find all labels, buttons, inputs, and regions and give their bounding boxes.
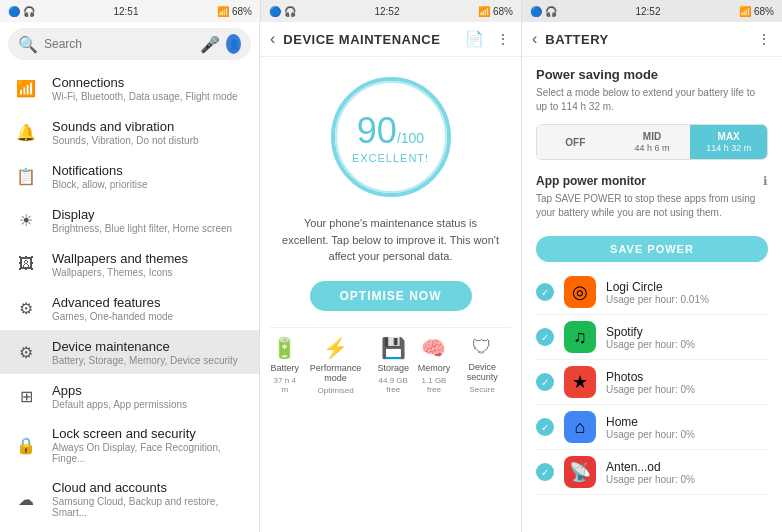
- app-icon-photos: ★: [564, 366, 596, 398]
- item-subtitle-display: Brightness, Blue light filter, Home scre…: [52, 223, 247, 234]
- back-button-2[interactable]: ‹: [270, 30, 275, 48]
- maint-item-performance[interactable]: ⚡ Performance mode Optimised: [299, 336, 371, 395]
- doc-icon[interactable]: 📄: [465, 30, 484, 48]
- item-title-apps: Apps: [52, 383, 247, 398]
- maint-icon-performance: ⚡: [323, 336, 348, 360]
- item-subtitle-lock: Always On Display, Face Recognition, Fin…: [52, 442, 247, 464]
- power-mode-mid[interactable]: MID44 h 6 m: [614, 125, 691, 159]
- more-button-3[interactable]: ⋮: [757, 31, 772, 47]
- item-title-device: Device maintenance: [52, 339, 247, 354]
- maint-sub-battery: 37 h 4 m: [270, 376, 299, 394]
- power-saving-title: Power saving mode: [536, 67, 768, 82]
- app-name-photos: Photos: [606, 370, 768, 384]
- maint-sub-security: Secure: [469, 385, 494, 394]
- info-icon[interactable]: ℹ: [763, 174, 768, 188]
- app-usage-spotify: Usage per hour: 0%: [606, 339, 768, 350]
- maint-icon-security: 🛡: [472, 336, 492, 359]
- maint-item-memory[interactable]: 🧠 Memory 1.1 GB free: [415, 336, 454, 395]
- icon-device: ⚙: [12, 338, 40, 366]
- status-icons-left-1: 🔵 🎧: [8, 6, 35, 17]
- maint-item-battery[interactable]: 🔋 Battery 37 h 4 m: [270, 336, 299, 395]
- sidebar-item-display[interactable]: ☀ Display Brightness, Blue light filter,…: [0, 198, 259, 242]
- app-check-spotify: ✓: [536, 328, 554, 346]
- panel3-title: BATTERY: [545, 32, 749, 47]
- score-circle: 90 /100 EXCELLENT!: [331, 77, 451, 197]
- maint-label-storage: Storage: [377, 363, 409, 373]
- sidebar-item-connections[interactable]: 📶 Connections Wi-Fi, Bluetooth, Data usa…: [0, 66, 259, 110]
- app-icon-antenna: 📡: [564, 456, 596, 488]
- app-check-home: ✓: [536, 418, 554, 436]
- app-item-photos[interactable]: ✓ ★ Photos Usage per hour: 0%: [536, 360, 768, 405]
- status-icons-right-3: 📶 68%: [739, 6, 774, 17]
- status-bars: 🔵 🎧 12:51 📶 68% 🔵 🎧 12:52 📶 68% 🔵 🎧 12:5…: [0, 0, 782, 22]
- item-title-notifications: Notifications: [52, 163, 247, 178]
- icon-wallpapers: 🖼: [12, 250, 40, 278]
- profile-icon[interactable]: 👤: [226, 34, 241, 54]
- item-subtitle-cloud: Samsung Cloud, Backup and restore, Smart…: [52, 496, 247, 518]
- app-usage-antenna: Usage per hour: 0%: [606, 474, 768, 485]
- item-subtitle-advanced: Games, One-handed mode: [52, 311, 247, 322]
- settings-panel: 🔍 🎤 👤 📶 Connections Wi-Fi, Bluetooth, Da…: [0, 22, 260, 532]
- sidebar-item-cloud[interactable]: ☁ Cloud and accounts Samsung Cloud, Back…: [0, 472, 259, 526]
- sidebar-item-device[interactable]: ⚙ Device maintenance Battery, Storage, M…: [0, 330, 259, 374]
- panel3-header: ‹ BATTERY ⋮: [522, 22, 782, 57]
- status-bar-2: 🔵 🎧 12:52 📶 68%: [260, 0, 521, 22]
- icon-cloud: ☁: [12, 485, 40, 513]
- item-title-cloud: Cloud and accounts: [52, 480, 247, 495]
- status-bar-1: 🔵 🎧 12:51 📶 68%: [0, 0, 260, 22]
- power-mode-off[interactable]: OFF: [537, 125, 614, 159]
- app-icon-spotify: ♫: [564, 321, 596, 353]
- item-subtitle-apps: Default apps, App permissions: [52, 399, 247, 410]
- item-subtitle-notifications: Block, allow, prioritise: [52, 179, 247, 190]
- maintenance-desc: Your phone's maintenance status is excel…: [270, 215, 511, 265]
- app-item-spotify[interactable]: ✓ ♫ Spotify Usage per hour: 0%: [536, 315, 768, 360]
- panel2-title: DEVICE MAINTENANCE: [283, 32, 457, 47]
- microphone-icon[interactable]: 🎤: [200, 35, 220, 54]
- more-button-2[interactable]: ⋮: [496, 31, 511, 47]
- maint-icon-memory: 🧠: [421, 336, 446, 360]
- search-input[interactable]: [44, 37, 194, 51]
- sidebar-item-advanced[interactable]: ⚙ Advanced features Games, One-handed mo…: [0, 286, 259, 330]
- app-item-antenna[interactable]: ✓ 📡 Anten...od Usage per hour: 0%: [536, 450, 768, 495]
- item-subtitle-device: Battery, Storage, Memory, Device securit…: [52, 355, 247, 366]
- item-title-connections: Connections: [52, 75, 247, 90]
- app-monitor-header: App power monitor ℹ: [536, 174, 768, 188]
- app-item-home[interactable]: ✓ ⌂ Home Usage per hour: 0%: [536, 405, 768, 450]
- battery-panel: ‹ BATTERY ⋮ Power saving mode Select a m…: [522, 22, 782, 532]
- item-title-advanced: Advanced features: [52, 295, 247, 310]
- power-mode-max[interactable]: MAX114 h 32 m: [690, 125, 767, 159]
- maint-item-security[interactable]: 🛡 Device security Secure: [453, 336, 511, 395]
- app-check-logi: ✓: [536, 283, 554, 301]
- search-container[interactable]: 🔍 🎤 👤: [8, 28, 251, 60]
- maint-item-storage[interactable]: 💾 Storage 44.9 GB free: [372, 336, 415, 395]
- status-icons-left-3: 🔵 🎧: [530, 6, 557, 17]
- sidebar-item-sounds[interactable]: 🔔 Sounds and vibration Sounds, Vibration…: [0, 110, 259, 154]
- app-check-antenna: ✓: [536, 463, 554, 481]
- maint-label-memory: Memory: [418, 363, 451, 373]
- search-icon: 🔍: [18, 35, 38, 54]
- sidebar-item-apps[interactable]: ⊞ Apps Default apps, App permissions: [0, 374, 259, 418]
- score-max: /100: [397, 130, 424, 146]
- sidebar-item-wallpapers[interactable]: 🖼 Wallpapers and themes Wallpapers, Them…: [0, 242, 259, 286]
- item-subtitle-wallpapers: Wallpapers, Themes, Icons: [52, 267, 247, 278]
- optimise-button[interactable]: OPTIMISE NOW: [310, 281, 472, 311]
- app-monitor-title: App power monitor: [536, 174, 646, 188]
- sidebar-item-notifications[interactable]: 📋 Notifications Block, allow, prioritise: [0, 154, 259, 198]
- app-name-home: Home: [606, 415, 768, 429]
- app-icon-home: ⌂: [564, 411, 596, 443]
- maint-label-performance: Performance mode: [299, 363, 371, 383]
- status-bar-3: 🔵 🎧 12:52 📶 68%: [521, 0, 782, 22]
- back-button-3[interactable]: ‹: [532, 30, 537, 48]
- maint-sub-memory: 1.1 GB free: [415, 376, 454, 394]
- item-subtitle-connections: Wi-Fi, Bluetooth, Data usage, Flight mod…: [52, 91, 247, 102]
- item-title-wallpapers: Wallpapers and themes: [52, 251, 247, 266]
- maint-label-security: Device security: [453, 362, 511, 382]
- item-title-sounds: Sounds and vibration: [52, 119, 247, 134]
- app-usage-photos: Usage per hour: 0%: [606, 384, 768, 395]
- app-item-logi[interactable]: ✓ ◎ Logi Circle Usage per hour: 0.01%: [536, 270, 768, 315]
- icon-notifications: 📋: [12, 162, 40, 190]
- save-power-button[interactable]: SAVE POWER: [536, 236, 768, 262]
- maint-icon-battery: 🔋: [272, 336, 297, 360]
- sidebar-item-lock[interactable]: 🔒 Lock screen and security Always On Dis…: [0, 418, 259, 472]
- app-name-antenna: Anten...od: [606, 460, 768, 474]
